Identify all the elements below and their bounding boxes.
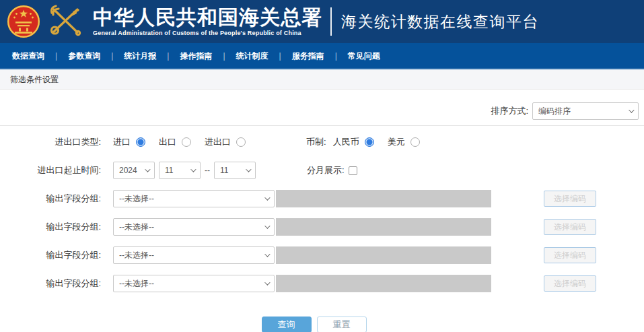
nav-item-monthly-report[interactable]: 统计月报: [124, 51, 156, 62]
org-title: 中华人民共和国海关总署: [93, 7, 322, 28]
chevron-down-icon: [264, 195, 270, 200]
usd-radio[interactable]: [410, 137, 420, 147]
chevron-down-icon: [264, 279, 270, 285]
chevron-down-icon: [264, 223, 270, 228]
end-month-value: 11: [220, 166, 228, 175]
date-range-row: 进出口起止时间: 2024 11 -- 11 分月展示:: [0, 162, 644, 179]
chevron-down-icon: [246, 166, 251, 172]
nav-item-service-guide[interactable]: 服务指南: [292, 51, 324, 62]
sort-label: 排序方式:: [491, 105, 528, 117]
end-month-select[interactable]: 11: [214, 162, 256, 179]
currency-label: 币制:: [306, 136, 326, 148]
nav-item-operation-guide[interactable]: 操作指南: [180, 51, 212, 62]
select-code-button-2[interactable]: 选择编码: [544, 219, 596, 235]
trade-type-row: 进出口类型: 进口 出口 进出口 币制: 人民币 美元: [0, 135, 644, 150]
start-year-select[interactable]: 2024: [113, 162, 155, 179]
chevron-down-icon: [145, 166, 150, 172]
import-export-radio[interactable]: [236, 137, 246, 147]
select-code-button-4[interactable]: 选择编码: [544, 275, 596, 292]
output-group-label: 输出字段分组:: [0, 277, 101, 290]
chevron-down-icon: [264, 251, 270, 257]
output-group-select-value: --未选择--: [119, 222, 154, 233]
main-nav: 数据查询 | 参数查询 | 统计月报 | 操作指南 | 统计制度 | 服务指南 …: [0, 43, 644, 69]
radio-option-rmb[interactable]: 人民币: [333, 136, 374, 148]
monthly-display-label: 分月展示:: [307, 164, 345, 176]
china-national-emblem-icon: [7, 5, 40, 38]
header-divider: [330, 7, 332, 36]
nav-separator: |: [55, 51, 57, 61]
output-group-codes-input-4[interactable]: [276, 275, 491, 292]
radio-option-import-label: 进口: [113, 136, 131, 148]
monthly-display-checkbox[interactable]: [349, 166, 357, 175]
output-group-select-4[interactable]: --未选择--: [113, 275, 275, 292]
radio-option-usd[interactable]: 美元: [388, 136, 420, 148]
actions-row: 查询 重置: [0, 317, 636, 332]
chevron-down-icon: [190, 166, 196, 172]
content-divider: [0, 125, 644, 126]
output-group-select-value: --未选择--: [119, 250, 154, 261]
output-group-codes-input-1[interactable]: [276, 190, 491, 207]
output-group-codes-input-2[interactable]: [276, 218, 491, 236]
output-group-label: 输出字段分组:: [0, 249, 101, 261]
sort-select[interactable]: 编码排序: [532, 102, 639, 120]
radio-option-import[interactable]: 进口: [113, 136, 145, 148]
radio-option-export-label: 出口: [159, 136, 176, 148]
output-group-row-2: 输出字段分组: --未选择-- 选择编码: [0, 218, 644, 236]
nav-separator: |: [111, 51, 113, 61]
output-group-row-3: 输出字段分组: --未选择-- 选择编码: [0, 246, 644, 264]
select-code-button-1[interactable]: 选择编码: [544, 191, 596, 207]
select-code-button-3[interactable]: 选择编码: [544, 247, 596, 263]
nav-separator: |: [223, 51, 225, 61]
output-group-codes-input-3[interactable]: [276, 246, 491, 264]
customs-key-caduceus-icon: [46, 3, 85, 40]
breadcrumb-title: 筛选条件设置: [10, 74, 59, 86]
nav-item-data-query[interactable]: 数据查询: [12, 51, 44, 62]
output-group-row-1: 输出字段分组: --未选择-- 选择编码: [0, 190, 644, 207]
radio-option-import-export[interactable]: 进出口: [205, 136, 246, 148]
platform-title: 海关统计数据在线查询平台: [341, 11, 539, 32]
radio-option-export[interactable]: 出口: [159, 136, 191, 148]
chevron-down-icon: [629, 107, 634, 112]
radio-option-import-export-label: 进出口: [205, 136, 231, 148]
output-group-select-1[interactable]: --未选择--: [113, 190, 275, 207]
start-year-value: 2024: [119, 166, 137, 175]
radio-option-rmb-label: 人民币: [333, 136, 359, 148]
import-radio[interactable]: [136, 137, 145, 147]
nav-separator: |: [279, 51, 281, 61]
trade-type-label: 进出口类型:: [0, 136, 101, 148]
date-range-separator: --: [205, 166, 210, 175]
output-group-select-2[interactable]: --未选择--: [113, 218, 275, 236]
nav-item-statistics-system[interactable]: 统计制度: [236, 51, 269, 62]
nav-separator: |: [167, 51, 169, 61]
app-header: 中华人民共和国海关总署 General Administration of Cu…: [0, 0, 644, 43]
nav-separator: |: [335, 51, 337, 61]
start-month-value: 11: [165, 166, 173, 175]
output-group-select-value: --未选择--: [119, 278, 154, 290]
output-group-label: 输出字段分组:: [0, 193, 101, 205]
output-group-row-4: 输出字段分组: --未选择-- 选择编码: [0, 275, 644, 292]
output-group-select-value: --未选择--: [119, 193, 154, 205]
date-range-label: 进出口起止时间:: [0, 164, 101, 176]
radio-option-usd-label: 美元: [388, 136, 405, 148]
output-group-label: 输出字段分组:: [0, 221, 101, 233]
rmb-radio[interactable]: [365, 137, 374, 147]
sort-select-value: 编码排序: [538, 106, 571, 117]
nav-item-parameter-query[interactable]: 参数查询: [68, 51, 100, 62]
start-month-select[interactable]: 11: [159, 162, 201, 179]
org-subtitle: General Administration of Customs of the…: [93, 30, 322, 36]
sort-row: 排序方式: 编码排序: [0, 102, 644, 120]
output-group-select-3[interactable]: --未选择--: [113, 246, 275, 264]
reset-button[interactable]: 重置: [317, 317, 367, 332]
export-radio[interactable]: [182, 137, 191, 147]
nav-item-faq[interactable]: 常见问题: [348, 51, 380, 62]
breadcrumb: 筛选条件设置: [0, 70, 644, 90]
query-button[interactable]: 查询: [262, 317, 312, 332]
org-title-block: 中华人民共和国海关总署 General Administration of Cu…: [93, 7, 322, 36]
